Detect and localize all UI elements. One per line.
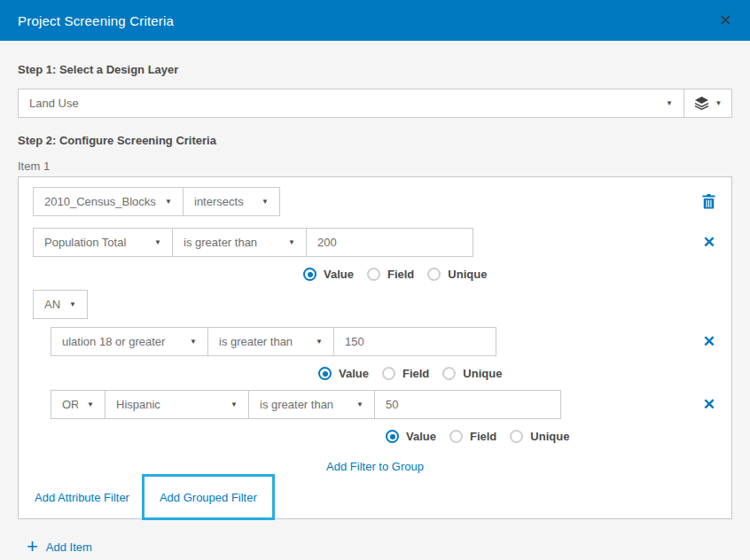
layers-icon xyxy=(694,97,709,110)
project-screening-dialog: Project Screening Criteria ✕ Step 1: Sel… xyxy=(0,0,750,560)
radio-unselected-icon xyxy=(449,430,463,443)
value-radio[interactable]: Value xyxy=(303,268,354,281)
field-radio[interactable]: Field xyxy=(449,430,496,443)
logic-operator-value: OR xyxy=(62,398,78,411)
unique-radio-label: Unique xyxy=(463,367,502,380)
filter-row-1: Population Total ▼ is greater than ▼ ✕ xyxy=(33,228,717,257)
layer-operator-row: 2010_Census_Blocks ▼ intersects ▼ xyxy=(33,187,717,216)
filter-value-input[interactable] xyxy=(306,228,473,257)
logic-operator-value: AND xyxy=(44,298,60,311)
add-filter-to-group-row: Add Filter to Group xyxy=(33,458,717,474)
value-radio[interactable]: Value xyxy=(386,430,436,443)
chevron-down-icon: ▼ xyxy=(288,238,295,246)
chevron-down-icon: ▼ xyxy=(230,401,238,408)
step2-label: Step 2: Configure Screening Criteria xyxy=(18,134,732,147)
field-radio[interactable]: Field xyxy=(382,367,429,380)
field-value: Hispanic xyxy=(116,398,222,411)
radio-selected-icon xyxy=(303,268,316,281)
trash-icon xyxy=(702,194,715,209)
operator-select[interactable]: is greater than ▼ xyxy=(207,327,334,356)
unique-radio[interactable]: Unique xyxy=(442,367,502,380)
chevron-down-icon: ▼ xyxy=(190,338,197,346)
census-layer-select[interactable]: 2010_Census_Blocks ▼ xyxy=(33,187,184,216)
field-radio-label: Field xyxy=(470,430,496,443)
filter-links-row: Add Attribute Filter Add Grouped Filter xyxy=(33,474,717,520)
add-filter-to-group-link[interactable]: Add Filter to Group xyxy=(326,460,424,473)
operator-select[interactable]: is greater than ▼ xyxy=(172,228,307,257)
chevron-down-icon: ▼ xyxy=(356,401,363,408)
remove-icon: ✕ xyxy=(703,334,715,349)
chevron-down-icon: ▼ xyxy=(262,198,269,206)
logic-row: AND ▼ xyxy=(33,290,717,319)
field-select[interactable]: Hispanic ▼ xyxy=(105,390,249,419)
remove-icon: ✕ xyxy=(703,397,715,412)
unique-radio[interactable]: Unique xyxy=(510,430,569,443)
field-value: ulation 18 or greater xyxy=(62,335,181,348)
census-layer-value: 2010_Census_Blocks xyxy=(44,195,156,208)
field-select[interactable]: Population Total ▼ xyxy=(33,228,173,257)
unique-radio[interactable]: Unique xyxy=(427,268,487,281)
radio-unselected-icon xyxy=(442,367,456,380)
remove-filter-button[interactable]: ✕ xyxy=(701,334,717,349)
tutorial-highlight-box: Add Grouped Filter xyxy=(142,474,275,520)
field-select[interactable]: ulation 18 or greater ▼ xyxy=(51,327,208,356)
step1-label: Step 1: Select a Design Layer xyxy=(18,41,732,76)
spatial-operator-select[interactable]: intersects ▼ xyxy=(183,187,280,216)
operator-select[interactable]: is greater than ▼ xyxy=(248,390,375,419)
plus-icon: + xyxy=(27,537,38,556)
field-radio-label: Field xyxy=(402,367,429,380)
chevron-down-icon: ▼ xyxy=(154,238,161,246)
field-value: Population Total xyxy=(44,236,145,249)
spatial-operator-value: intersects xyxy=(194,195,253,208)
filter-value-input[interactable] xyxy=(333,327,496,356)
add-item-button[interactable]: + Add Item xyxy=(18,537,732,556)
radio-unselected-icon xyxy=(427,268,441,281)
logic-operator-select[interactable]: OR ▼ xyxy=(51,390,105,419)
design-layer-value: Land Use xyxy=(29,97,657,110)
remove-filter-button[interactable]: ✕ xyxy=(701,235,717,250)
mode-radio-group-2: Value Field Unique xyxy=(318,367,717,380)
dialog-title: Project Screening Criteria xyxy=(18,13,174,28)
operator-value: is greater than xyxy=(260,398,348,411)
logic-operator-select[interactable]: AND ▼ xyxy=(33,290,88,319)
radio-unselected-icon xyxy=(382,367,395,380)
remove-icon: ✕ xyxy=(703,235,715,250)
radio-unselected-icon xyxy=(367,268,380,281)
close-icon[interactable]: ✕ xyxy=(719,12,732,28)
unique-radio-label: Unique xyxy=(448,268,487,281)
design-layer-select[interactable]: Land Use ▼ xyxy=(18,89,684,118)
radio-selected-icon xyxy=(318,367,332,380)
unique-radio-label: Unique xyxy=(530,430,569,443)
delete-item-button[interactable] xyxy=(700,194,717,209)
chevron-down-icon: ▼ xyxy=(316,338,323,346)
operator-value: is greater than xyxy=(219,335,307,348)
filter-row-3: OR ▼ Hispanic ▼ is greater than ▼ ✕ xyxy=(33,390,717,419)
chevron-down-icon: ▼ xyxy=(715,99,723,107)
dialog-header: Project Screening Criteria ✕ xyxy=(0,0,750,41)
value-radio-label: Value xyxy=(406,430,436,443)
value-radio-label: Value xyxy=(324,268,354,281)
item-label: Item 1 xyxy=(18,159,732,173)
remove-filter-button[interactable]: ✕ xyxy=(701,397,717,412)
field-radio-label: Field xyxy=(387,268,414,281)
add-item-label: Add Item xyxy=(46,541,92,554)
radio-unselected-icon xyxy=(510,430,523,443)
value-radio-label: Value xyxy=(339,367,369,380)
chevron-down-icon: ▼ xyxy=(69,300,76,308)
filter-value-input[interactable] xyxy=(374,390,561,419)
chevron-down-icon: ▼ xyxy=(666,99,673,107)
value-radio[interactable]: Value xyxy=(318,367,369,380)
mode-radio-group-3: Value Field Unique xyxy=(386,430,717,443)
layer-options-button[interactable]: ▼ xyxy=(684,89,732,118)
filter-row-2: ulation 18 or greater ▼ is greater than … xyxy=(33,327,717,356)
design-layer-row: Land Use ▼ ▼ xyxy=(18,89,732,118)
dialog-body: Step 1: Select a Design Layer Land Use ▼… xyxy=(0,41,750,556)
chevron-down-icon: ▼ xyxy=(165,198,172,206)
add-attribute-filter-link[interactable]: Add Attribute Filter xyxy=(35,491,129,504)
radio-selected-icon xyxy=(386,430,399,443)
field-radio[interactable]: Field xyxy=(367,268,414,281)
mode-radio-group-1: Value Field Unique xyxy=(303,268,717,281)
add-grouped-filter-link[interactable]: Add Grouped Filter xyxy=(160,491,257,504)
chevron-down-icon: ▼ xyxy=(87,401,94,408)
operator-value: is greater than xyxy=(184,236,279,249)
